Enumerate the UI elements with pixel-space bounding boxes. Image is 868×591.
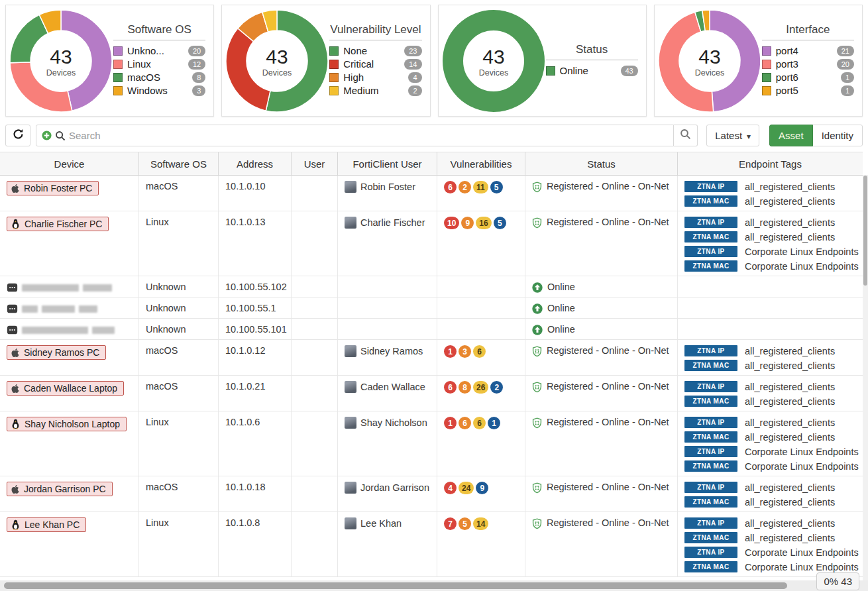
- vulnerability-badge-critical[interactable]: 7: [444, 517, 457, 530]
- column-header-device[interactable]: Device: [0, 152, 139, 175]
- vulnerability-badge-high[interactable]: 8: [459, 381, 471, 394]
- legend-item-macos[interactable]: macOS8: [113, 72, 205, 83]
- table-row[interactable]: Sidney Ramos PCmacOS10.1.0.12Sidney Ramo…: [0, 340, 863, 376]
- endpoint-tag[interactable]: ZTNA IPall_registered_clients: [684, 516, 856, 530]
- column-header-address[interactable]: Address: [219, 152, 292, 175]
- device-chip[interactable]: Caden Wallace Laptop: [7, 381, 124, 396]
- vulnerability-badge-high[interactable]: 6: [459, 417, 471, 429]
- cell-user: [292, 340, 338, 375]
- endpoint-tag[interactable]: ZTNA IPCorporate Linux Endpoints: [684, 244, 856, 258]
- column-header-forticlient-user[interactable]: FortiClient User: [338, 152, 437, 175]
- vulnerability-badge-critical[interactable]: 6: [444, 181, 457, 193]
- device-chip[interactable]: Robin Foster PC: [7, 181, 99, 195]
- avatar: [345, 482, 356, 494]
- vulnerability-badge-high[interactable]: 9: [461, 217, 474, 229]
- column-header-endpoint-tags[interactable]: Endpoint Tags: [678, 152, 863, 175]
- device-chip[interactable]: Jordan Garrison PC: [7, 482, 113, 496]
- endpoint-tag[interactable]: ZTNA MACall_registered_clients: [684, 194, 856, 208]
- legend-item-high[interactable]: High4: [329, 72, 421, 83]
- device-name-redacted[interactable]: [7, 324, 115, 335]
- legend-item-windows[interactable]: Windows3: [113, 85, 205, 96]
- endpoint-tag[interactable]: ZTNA MACCorporate Linux Endpoints: [684, 259, 856, 273]
- vulnerability-badge-low[interactable]: 9: [476, 482, 488, 494]
- vulnerability-badge-medium[interactable]: 6: [473, 345, 486, 358]
- legend-item-online[interactable]: Online43: [546, 65, 638, 76]
- vulnerability-badge-high[interactable]: 2: [459, 181, 471, 193]
- horizontal-scrollbar-thumb[interactable]: [4, 582, 787, 589]
- legend-item-port5[interactable]: port51: [762, 85, 854, 96]
- device-chip[interactable]: Lee Khan PC: [7, 517, 86, 532]
- column-header-status[interactable]: Status: [525, 152, 678, 175]
- endpoint-tag[interactable]: ZTNA IPCorporate Linux Endpoints: [684, 445, 856, 458]
- table-row[interactable]: Caden Wallace LaptopmacOS10.1.0.21Caden …: [0, 376, 863, 411]
- table-row[interactable]: Jordan Garrison PCmacOS10.1.0.18Jordan G…: [0, 476, 863, 512]
- vulnerability-badge-low[interactable]: 2: [490, 381, 503, 394]
- table-row[interactable]: Charlie Fischer PCLinux10.1.0.13Charlie …: [0, 211, 863, 276]
- legend-item-none[interactable]: None23: [329, 45, 421, 56]
- column-header-vulnerabilities[interactable]: Vulnerabilities: [437, 152, 525, 175]
- endpoint-tag[interactable]: ZTNA MACall_registered_clients: [684, 495, 856, 509]
- endpoint-tag[interactable]: ZTNA MACall_registered_clients: [684, 430, 856, 444]
- endpoint-tag[interactable]: ZTNA MACall_registered_clients: [684, 531, 856, 545]
- vulnerability-badge-low[interactable]: 1: [488, 417, 500, 429]
- endpoint-tag[interactable]: ZTNA IPall_registered_clients: [684, 380, 856, 394]
- search-button[interactable]: [674, 125, 698, 146]
- vulnerability-badge-critical[interactable]: 4: [444, 482, 457, 494]
- table-row[interactable]: Unknown10.100.55.102Online: [0, 276, 863, 297]
- endpoint-tag[interactable]: ZTNA IPall_registered_clients: [684, 480, 856, 494]
- table-row[interactable]: Robin Foster PCmacOS10.1.0.10Robin Foste…: [0, 176, 863, 211]
- device-chip[interactable]: Charlie Fischer PC: [7, 217, 109, 231]
- vertical-scrollbar-thumb[interactable]: [863, 176, 867, 286]
- vulnerability-badge-critical[interactable]: 1: [444, 345, 457, 358]
- tab-asset[interactable]: Asset: [769, 125, 813, 146]
- vulnerability-badge-medium[interactable]: 14: [473, 517, 488, 530]
- endpoint-tag[interactable]: ZTNA MACCorporate Linux Endpoints: [684, 459, 856, 473]
- vulnerability-badge-high[interactable]: 3: [459, 345, 471, 358]
- device-name-redacted[interactable]: [7, 303, 97, 313]
- endpoint-tag[interactable]: ZTNA MACall_registered_clients: [684, 230, 856, 244]
- legend-item-medium[interactable]: Medium2: [329, 85, 421, 96]
- vulnerability-badge-low[interactable]: 5: [494, 217, 506, 229]
- endpoint-tag[interactable]: ZTNA IPall_registered_clients: [684, 344, 856, 358]
- table-row[interactable]: Lee Khan PCLinux10.1.0.8Lee Khan7514Regi…: [0, 512, 863, 577]
- table-row[interactable]: Shay Nicholson LaptopLinux10.1.0.6Shay N…: [0, 411, 863, 476]
- vulnerability-badge-medium[interactable]: 16: [476, 217, 491, 229]
- horizontal-scrollbar[interactable]: [0, 580, 868, 591]
- tab-identity[interactable]: Identity: [813, 125, 863, 146]
- legend-item-port4[interactable]: port421: [762, 45, 854, 56]
- legend-item-linux[interactable]: Linux12: [113, 58, 205, 70]
- vulnerability-badge-medium[interactable]: 11: [473, 181, 488, 193]
- legend-item-unkno[interactable]: Unkno...20: [113, 45, 205, 56]
- endpoint-tag[interactable]: ZTNA MACall_registered_clients: [684, 358, 856, 372]
- vulnerability-badge-low[interactable]: 5: [490, 181, 503, 193]
- vertical-scrollbar[interactable]: [863, 175, 868, 580]
- legend-item-critical[interactable]: Critical14: [329, 58, 421, 70]
- column-header-software-os[interactable]: Software OS: [139, 152, 219, 175]
- table-row[interactable]: Unknown10.100.55.1Online: [0, 297, 863, 319]
- endpoint-tag[interactable]: ZTNA MACall_registered_clients: [684, 394, 856, 408]
- search-input[interactable]: [69, 130, 668, 141]
- endpoint-tag[interactable]: ZTNA IPall_registered_clients: [684, 180, 856, 193]
- vulnerability-badge-high[interactable]: 5: [459, 517, 471, 530]
- add-filter-icon[interactable]: [42, 131, 52, 140]
- vulnerability-badge-medium[interactable]: 6: [473, 417, 486, 429]
- vulnerability-badge-medium[interactable]: 24: [459, 482, 474, 494]
- endpoint-tag[interactable]: ZTNA MACCorporate Linux Endpoints: [684, 560, 856, 574]
- device-chip[interactable]: Shay Nicholson Laptop: [7, 417, 127, 431]
- device-chip[interactable]: Sidney Ramos PC: [7, 345, 106, 360]
- refresh-button[interactable]: [5, 125, 30, 146]
- legend-item-port6[interactable]: port61: [762, 72, 854, 83]
- ztna-tag-badge: ZTNA MAC: [684, 260, 737, 272]
- endpoint-tag[interactable]: ZTNA IPCorporate Linux Endpoints: [684, 545, 856, 559]
- vulnerability-badge-critical[interactable]: 10: [444, 217, 459, 229]
- latest-dropdown[interactable]: Latest: [706, 125, 759, 146]
- vulnerability-badge-medium[interactable]: 26: [473, 381, 488, 394]
- vulnerability-badge-critical[interactable]: 6: [444, 381, 457, 394]
- vulnerability-badge-critical[interactable]: 1: [444, 417, 457, 429]
- column-header-user[interactable]: User: [292, 152, 338, 175]
- endpoint-tag[interactable]: ZTNA IPall_registered_clients: [684, 415, 856, 429]
- legend-item-port3[interactable]: port320: [762, 58, 854, 70]
- endpoint-tag[interactable]: ZTNA IPall_registered_clients: [684, 215, 856, 229]
- table-row[interactable]: Unknown10.100.55.101Online: [0, 319, 863, 340]
- device-name-redacted[interactable]: [7, 282, 112, 292]
